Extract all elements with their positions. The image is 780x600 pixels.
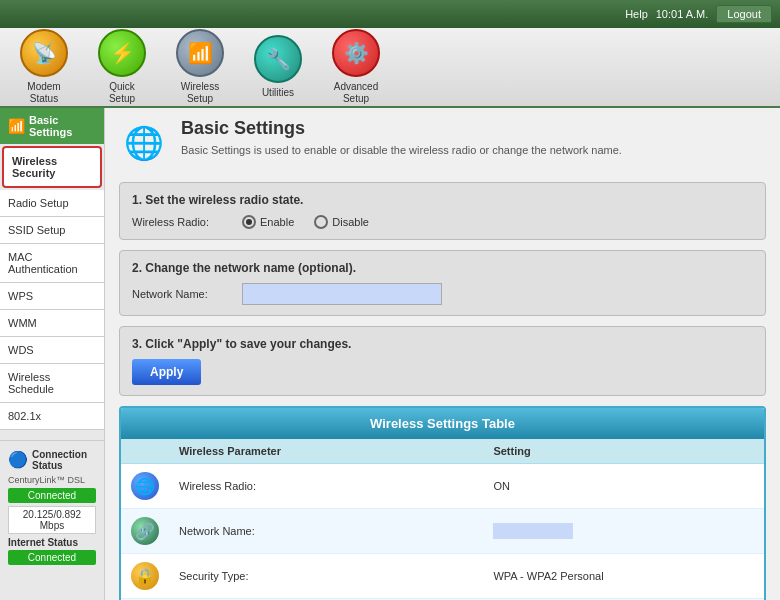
sidebar-section-basic-settings: 📶 Basic Settings	[0, 108, 104, 144]
sidebar-item-ssid-setup[interactable]: SSID Setup	[0, 217, 104, 244]
table-cell-value: WPA - WPA2 Personal	[483, 554, 764, 599]
topbar: Help 10:01 A.M. Logout	[0, 0, 780, 28]
network-name-row: Network Name:	[132, 283, 753, 305]
speed-badge: 20.125/0.892 Mbps	[8, 506, 96, 534]
table-row: 🌐 Wireless Radio: ON	[121, 464, 764, 509]
nav-icons: 📡 ModemStatus ⚡ QuickSetup 📶 WirelessSet…	[0, 28, 780, 108]
section2-title: 2. Change the network name (optional).	[132, 261, 753, 275]
sidebar-item-wmm[interactable]: WMM	[0, 310, 104, 337]
quick-setup-icon: ⚡	[98, 29, 146, 77]
nav-utilities-label: Utilities	[262, 87, 294, 99]
table-col-icon	[121, 439, 169, 464]
network-name-input[interactable]	[242, 283, 442, 305]
table-cell-param: Network Name:	[169, 509, 483, 554]
table-col-setting: Setting	[483, 439, 764, 464]
globe-icon: 🌐	[131, 472, 159, 500]
table-col-param: Wireless Parameter	[169, 439, 483, 464]
internet-status-label: Internet Status	[8, 537, 96, 548]
enable-label: Enable	[260, 216, 294, 228]
table-cell-param: Wireless Radio:	[169, 464, 483, 509]
nav-wireless-setup-label: WirelessSetup	[181, 81, 219, 105]
table-cell-value: ON	[483, 464, 764, 509]
main-layout: 📶 Basic Settings Wireless Security Radio…	[0, 108, 780, 600]
page-header: 🌐 Basic Settings Basic Settings is used …	[119, 118, 766, 168]
radio-state-row: Wireless Radio: Enable Disable	[132, 215, 753, 229]
sidebar-item-wds[interactable]: WDS	[0, 337, 104, 364]
nav-quick-setup[interactable]: ⚡ QuickSetup	[98, 29, 146, 105]
lock-icon-1: 🔒	[131, 562, 159, 590]
section-radio-state: 1. Set the wireless radio state. Wireles…	[119, 182, 766, 240]
sidebar-item-wireless-schedule[interactable]: Wireless Schedule	[0, 364, 104, 403]
connection-badge: Connected	[8, 488, 96, 503]
isp-name: CenturyLink™ DSL	[8, 475, 96, 485]
radio-disable-option[interactable]: Disable	[314, 215, 369, 229]
sidebar-item-mac-auth[interactable]: MAC Authentication	[0, 244, 104, 283]
content-area: 🌐 Basic Settings Basic Settings is used …	[105, 108, 780, 600]
section-network-name: 2. Change the network name (optional). N…	[119, 250, 766, 316]
speedometer-icon: 🔵	[8, 450, 28, 470]
sidebar: 📶 Basic Settings Wireless Security Radio…	[0, 108, 105, 600]
network-icon: 🔗	[131, 517, 159, 545]
page-header-text: Basic Settings Basic Settings is used to…	[181, 118, 622, 158]
logout-button[interactable]: Logout	[716, 5, 772, 23]
network-name-label: Network Name:	[132, 288, 232, 300]
table-row: 🔒 Security Type: WPA - WPA2 Personal	[121, 554, 764, 599]
modem-status-icon: 📡	[20, 29, 68, 77]
radio-group: Enable Disable	[242, 215, 369, 229]
sidebar-section-label: Basic Settings	[29, 114, 96, 138]
page-icon: 🌐	[119, 118, 169, 168]
sidebar-item-wireless-security[interactable]: Wireless Security	[2, 146, 102, 188]
section-apply: 3. Click "Apply" to save your changes. A…	[119, 326, 766, 396]
time-display: 10:01 A.M.	[656, 8, 709, 20]
nav-wireless-setup[interactable]: 📶 WirelessSetup	[176, 29, 224, 105]
section3-title: 3. Click "Apply" to save your changes.	[132, 337, 753, 351]
table-cell-icon: 🌐	[121, 464, 169, 509]
table-cell-icon: 🔒	[121, 554, 169, 599]
advanced-setup-icon: ⚙️	[332, 29, 380, 77]
radio-enable-option[interactable]: Enable	[242, 215, 294, 229]
nav-modem-status[interactable]: 📡 ModemStatus	[20, 29, 68, 105]
nav-advanced-setup-label: AdvancedSetup	[334, 81, 378, 105]
wireless-setup-icon: 📶	[176, 29, 224, 77]
table-cell-param: Security Type:	[169, 554, 483, 599]
radio-disable-dot[interactable]	[314, 215, 328, 229]
nav-quick-setup-label: QuickSetup	[109, 81, 135, 105]
page-title: Basic Settings	[181, 118, 622, 139]
help-label: Help	[625, 8, 648, 20]
settings-table-header: Wireless Settings Table	[121, 408, 764, 439]
nav-advanced-setup[interactable]: ⚙️ AdvancedSetup	[332, 29, 380, 105]
table-cell-icon: 🔗	[121, 509, 169, 554]
page-description: Basic Settings is used to enable or disa…	[181, 143, 622, 158]
disable-label: Disable	[332, 216, 369, 228]
section1-title: 1. Set the wireless radio state.	[132, 193, 753, 207]
settings-table: Wireless Parameter Setting 🌐 Wireless Ra…	[121, 439, 764, 600]
sidebar-item-8021x[interactable]: 802.1x	[0, 403, 104, 430]
internet-status-badge: Connected	[8, 550, 96, 565]
sidebar-item-radio-setup[interactable]: Radio Setup	[0, 190, 104, 217]
table-row: 🔗 Network Name:	[121, 509, 764, 554]
connection-status-panel: 🔵 Connection Status CenturyLink™ DSL Con…	[0, 440, 104, 576]
table-cell-value	[483, 509, 764, 554]
nav-utilities[interactable]: 🔧 Utilities	[254, 35, 302, 99]
wireless-radio-label: Wireless Radio:	[132, 216, 232, 228]
utilities-icon: 🔧	[254, 35, 302, 83]
nav-modem-status-label: ModemStatus	[27, 81, 60, 105]
wireless-settings-table-container: Wireless Settings Table Wireless Paramet…	[119, 406, 766, 600]
sidebar-item-wps[interactable]: WPS	[0, 283, 104, 310]
apply-button[interactable]: Apply	[132, 359, 201, 385]
value-blue-1	[493, 523, 573, 539]
connection-status-title: 🔵 Connection Status	[8, 449, 96, 471]
radio-enable-dot[interactable]	[242, 215, 256, 229]
